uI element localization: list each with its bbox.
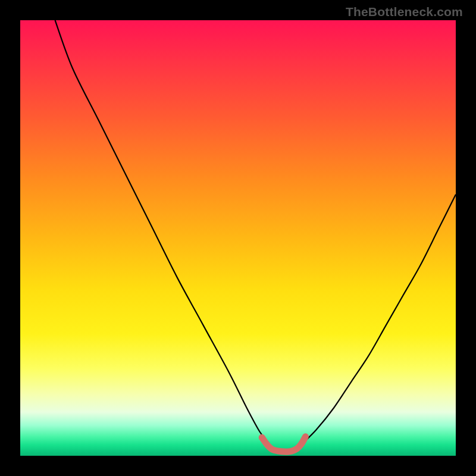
chart-frame: TheBottleneck.com: [0, 0, 476, 476]
left-curve: [55, 20, 269, 443]
plot-area: [20, 20, 456, 456]
watermark-text: TheBottleneck.com: [346, 5, 463, 19]
valley-marker: [262, 437, 305, 452]
curve-layer: [20, 20, 456, 456]
right-curve: [303, 195, 456, 443]
